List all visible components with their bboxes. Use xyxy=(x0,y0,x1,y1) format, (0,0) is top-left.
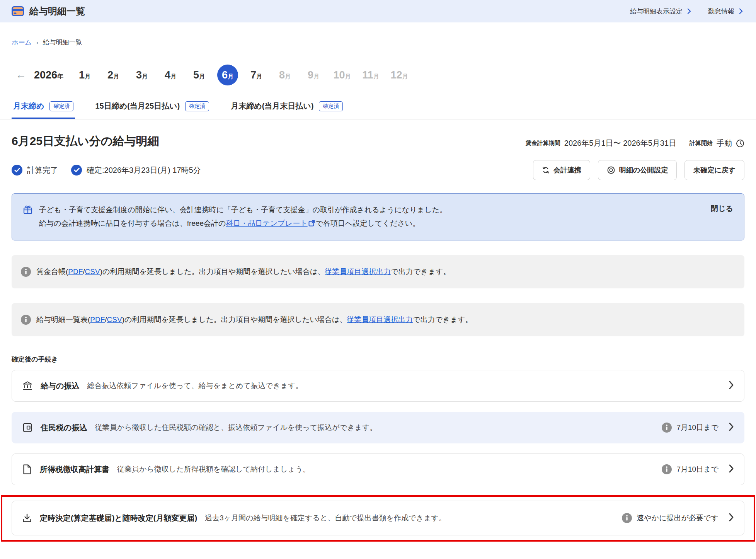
procedure-residence-tax-transfer[interactable]: 住民税の振込 従業員から徴収した住民税額の確認と、振込依頼ファイルを使って振込が… xyxy=(12,412,744,443)
info-text: 給与明細一覧表(PDF/CSV)の利用期間を延長しました。出力項目や期間を選択し… xyxy=(36,315,473,325)
year-label: 2026年 xyxy=(34,69,63,81)
red-highlight-annotation: 定時決定(算定基礎届)と随時改定(月額変更届) 過去3ヶ月間の給与明細を確定する… xyxy=(1,495,755,542)
month-11: 11月 xyxy=(360,65,381,85)
revert-to-unconfirmed-button[interactable]: 未確定に戻す xyxy=(684,160,744,180)
accounting-sync-button[interactable]: 会計連携 xyxy=(533,160,590,180)
month-1[interactable]: 1月 xyxy=(74,65,95,85)
page-title: 給与明細一覧 xyxy=(29,5,85,17)
wage-period-label: 賃金計算期間 xyxy=(526,140,560,147)
status-calculation-complete: 計算完了 xyxy=(12,165,58,176)
template-link[interactable]: 科目・品目テンプレート xyxy=(226,219,307,227)
payslip-publish-settings-button[interactable]: 明細の公開設定 xyxy=(598,160,677,180)
sync-icon xyxy=(542,166,550,174)
passbook-icon xyxy=(22,422,33,433)
check-circle-icon xyxy=(12,165,22,176)
chevron-right-icon xyxy=(739,8,743,14)
info-icon xyxy=(21,267,31,277)
pdf-link[interactable]: PDF xyxy=(90,315,105,324)
status-badge: 確定済 xyxy=(49,101,73,111)
deadline-badge: 7月10日まで xyxy=(662,423,719,433)
csv-link[interactable]: CSV xyxy=(107,315,122,324)
info-icon xyxy=(622,513,632,523)
month-3[interactable]: 3月 xyxy=(131,65,152,85)
pdf-link[interactable]: PDF xyxy=(68,268,83,276)
tab-15th-closing[interactable]: 15日締め(当月25日払い) 確定済 xyxy=(94,101,211,119)
chevron-right-icon xyxy=(729,422,734,433)
tab-month-end-closing[interactable]: 月末締め 確定済 xyxy=(12,101,75,119)
prev-year-arrow-icon[interactable]: ← xyxy=(15,69,34,81)
month-5[interactable]: 5月 xyxy=(189,65,209,85)
clock-icon xyxy=(736,139,744,148)
close-notice-button[interactable]: 閉じる xyxy=(711,204,733,231)
month-9: 9月 xyxy=(303,65,324,85)
info-text: 賃金台帳(PDF/CSV)の利用期間を延長しました。出力項目や期間を選択したい場… xyxy=(36,267,451,277)
info-icon xyxy=(662,423,672,433)
breadcrumb-current: 給与明細一覧 xyxy=(43,38,82,47)
status-fixed-datetime: 確定:2026年3月23日(月) 17時5分 xyxy=(71,165,201,176)
payslip-card-icon xyxy=(12,6,24,16)
campaign-notice-banner: 子ども・子育て支援金制度の開始に伴い、会計連携時に「子ども・子育て支援金」の取引… xyxy=(12,193,744,240)
month-2[interactable]: 2月 xyxy=(103,65,124,85)
employee-item-export-link[interactable]: 従業員項目選択出力 xyxy=(325,268,391,276)
breadcrumb-separator-icon: › xyxy=(36,39,38,46)
month-nav: ← 2026年 1月 2月 3月 4月 5月 6月 7月 8月 9月 10月 1… xyxy=(15,65,756,85)
procedure-salary-transfer[interactable]: 給与の振込 総合振込依頼ファイルを使って、給与をまとめて振込できます。 xyxy=(12,370,744,402)
month-12: 12月 xyxy=(389,65,410,85)
info-icon xyxy=(662,464,672,474)
payslip-display-settings-link[interactable]: 給与明細表示設定 xyxy=(630,7,691,16)
chevron-right-icon xyxy=(687,8,691,14)
payslip-title: 6月25日支払い分の給与明細 xyxy=(12,133,159,149)
breadcrumb-home-link[interactable]: ホーム xyxy=(12,38,32,47)
procedure-income-tax-statement[interactable]: 所得税徴収高計算書 従業員から徴収した所得税額を確認して納付しましょう。 7月1… xyxy=(12,453,744,485)
attendance-info-link[interactable]: 勤怠情報 xyxy=(708,7,743,16)
document-icon xyxy=(22,464,32,475)
status-badge: 確定済 xyxy=(185,101,209,111)
notice-text: 子ども・子育て支援金制度の開始に伴い、会計連携時に「子ども・子育て支援金」の取引… xyxy=(39,203,705,231)
deadline-badge: 速やかに提出が必要です xyxy=(622,513,719,523)
breadcrumb: ホーム › 給与明細一覧 xyxy=(12,38,744,47)
wage-ledger-info-box: 賃金台帳(PDF/CSV)の利用期間を延長しました。出力項目や期間を選択したい場… xyxy=(12,255,744,288)
calc-start-label: 計算開始 xyxy=(690,140,713,147)
tab-month-end-pay[interactable]: 月末締め(当月末日払い) 確定済 xyxy=(229,101,344,119)
status-row: 計算完了 確定:2026年3月23日(月) 17時5分 会計連携 明細の公開設定… xyxy=(12,160,744,180)
eye-icon xyxy=(607,166,615,174)
procedure-santei-geppen[interactable]: 定時決定(算定基礎届)と随時改定(月額変更届) 過去3ヶ月間の給与明細を確定する… xyxy=(12,501,744,535)
csv-link[interactable]: CSV xyxy=(85,268,100,276)
employee-item-export-link[interactable]: 従業員項目選択出力 xyxy=(347,315,413,324)
status-badge: 確定済 xyxy=(319,101,343,111)
chevron-right-icon xyxy=(729,464,734,475)
external-link-icon xyxy=(308,217,315,231)
month-7[interactable]: 7月 xyxy=(246,65,267,85)
payslip-heading-row: 6月25日支払い分の給与明細 賃金計算期間 2026年5月1日〜 2026年5月… xyxy=(12,133,744,149)
check-circle-icon xyxy=(71,165,82,176)
month-10: 10月 xyxy=(332,65,352,85)
month-8: 8月 xyxy=(274,65,295,85)
chevron-right-icon xyxy=(729,380,734,391)
app-header: 給与明細一覧 給与明細表示設定 勤怠情報 xyxy=(0,0,756,22)
gift-icon xyxy=(23,205,33,231)
info-icon xyxy=(21,315,31,325)
pay-schedule-tabs: 月末締め 確定済 15日締め(当月25日払い) 確定済 月末締め(当月末日払い)… xyxy=(0,101,756,119)
month-6-selected[interactable]: 6月 xyxy=(217,65,238,85)
deadline-badge: 7月10日まで xyxy=(662,464,719,474)
bank-icon xyxy=(22,380,33,391)
chevron-right-icon xyxy=(729,513,734,523)
month-4[interactable]: 4月 xyxy=(160,65,181,85)
calc-start-value: 手動 xyxy=(717,138,732,148)
download-icon xyxy=(22,513,32,523)
payslip-list-info-box: 給与明細一覧表(PDF/CSV)の利用期間を延長しました。出力項目や期間を選択し… xyxy=(12,303,744,336)
wage-period-value: 2026年5月1日〜 2026年5月31日 xyxy=(564,138,676,148)
procedures-section-label: 確定後の手続き xyxy=(12,355,744,364)
